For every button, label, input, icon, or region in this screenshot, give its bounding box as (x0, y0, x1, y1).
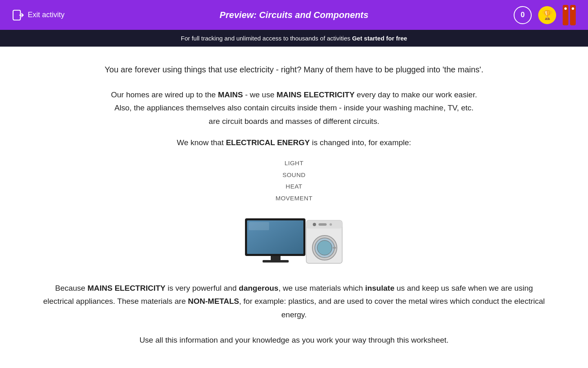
svg-rect-6 (263, 260, 289, 263)
para1-part1: Our homes are wired up to the (111, 90, 218, 99)
para3-part2: is very powerful and (165, 284, 239, 292)
para1-part2: - we use (243, 90, 276, 99)
para1-part4: Also, the appliances themselves also con… (114, 103, 474, 112)
para2-part2: is changed into, for example: (310, 138, 411, 147)
energy-item-movement: MOVEMENT (41, 193, 547, 204)
exit-label: Exit activity (28, 11, 65, 19)
washing-machine-image (304, 218, 345, 263)
header: Exit activity Preview: Circuits and Comp… (0, 0, 588, 30)
main-content: You are forever using things that use el… (0, 47, 588, 363)
promo-banner: For full tracking and unlimited access t… (0, 30, 588, 47)
remote-bar-right (570, 5, 576, 25)
para3-part1: Because (55, 284, 87, 292)
exit-icon (12, 9, 24, 21)
energy-item-light: LIGHT (41, 157, 547, 169)
non-metals: NON-METALS (188, 297, 239, 305)
remote-bar-left (563, 5, 568, 25)
svg-rect-4 (249, 222, 269, 230)
intro-text: You are forever using things that use el… (105, 65, 483, 74)
mains1: MAINS (218, 90, 243, 99)
elec-energy: ELECTRICAL ENERGY (226, 138, 310, 147)
energy-item-heat: HEAT (41, 181, 547, 193)
para2-part1: We know that (177, 138, 226, 147)
trophy-icon: 🏆 (538, 6, 556, 24)
worksheet-text: Use all this information and your knowle… (139, 336, 448, 344)
trophy-emoji: 🏆 (542, 10, 553, 20)
para1: Our homes are wired up to the MAINS - we… (41, 88, 547, 128)
worksheet-paragraph: Use all this information and your knowle… (41, 334, 547, 347)
para3-part5: , for example: plastics, and are used to… (239, 297, 545, 319)
appliances-illustration (41, 216, 547, 265)
para3-part3: , we use materials which (278, 284, 365, 292)
svg-point-14 (330, 223, 332, 226)
header-right: 0 🏆 (514, 5, 576, 25)
para2: We know that ELECTRICAL ENERGY is change… (41, 136, 547, 149)
get-started-link[interactable]: Get started for free (352, 35, 407, 42)
insulate: insulate (365, 284, 394, 292)
mains-elec: MAINS ELECTRICITY (276, 90, 354, 99)
svg-rect-12 (333, 247, 336, 249)
banner-text: For full tracking and unlimited access t… (181, 35, 352, 42)
intro-paragraph: You are forever using things that use el… (41, 63, 547, 76)
tv-image (243, 216, 308, 265)
energy-item-sound: SOUND (41, 169, 547, 181)
energy-list: LIGHT SOUND HEAT MOVEMENT (41, 157, 547, 204)
para1-part5: are circuit boards and masses of differe… (209, 117, 379, 126)
svg-rect-15 (318, 223, 327, 226)
remote-control-icon (563, 5, 576, 25)
dangerous: dangerous (239, 284, 278, 292)
para1-part3: every day to make our work easier. (354, 90, 477, 99)
para3: Because MAINS ELECTRICITY is very powerf… (41, 282, 547, 321)
exit-activity-button[interactable]: Exit activity (12, 9, 65, 21)
score-badge: 0 (514, 6, 532, 24)
svg-point-11 (317, 240, 332, 255)
svg-point-13 (313, 223, 316, 226)
mains-elec2: MAINS ELECTRICITY (87, 284, 165, 292)
svg-rect-5 (271, 256, 281, 260)
page-title: Preview: Circuits and Components (220, 10, 368, 20)
